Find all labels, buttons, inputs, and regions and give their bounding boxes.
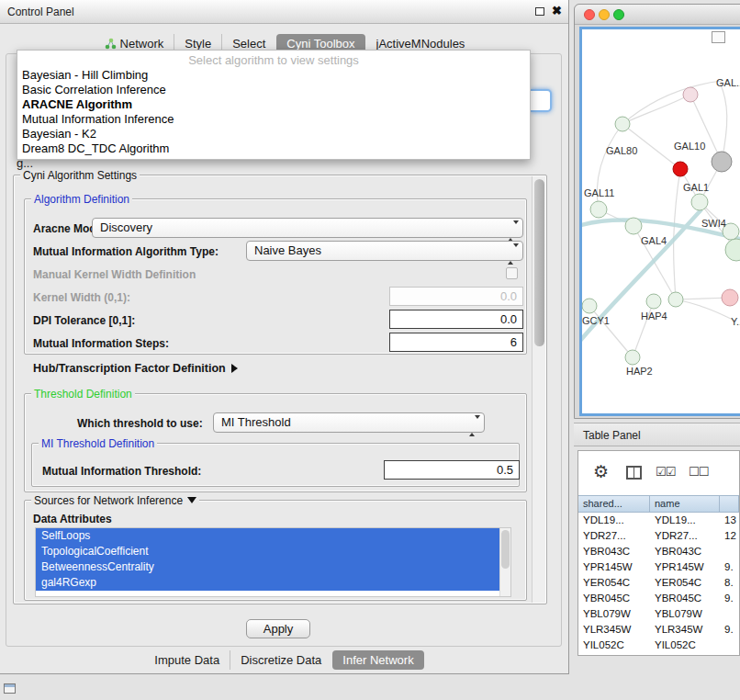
node-gal1[interactable] <box>691 194 708 210</box>
node[interactable] <box>615 117 630 131</box>
apply-button[interactable]: Apply <box>246 619 310 638</box>
node-attribute-table: shared... name YDL19... YDL19... 13 YDR2… <box>578 495 739 653</box>
node-label: GCY1 <box>582 315 610 326</box>
tab-cyni-toolbox-label: Cyni Toolbox <box>286 37 354 51</box>
table-row[interactable]: YBL079W YBL079W <box>578 606 739 622</box>
node-gal11[interactable] <box>590 201 607 218</box>
node-gcy1[interactable] <box>582 299 597 313</box>
tab-discretize-data[interactable]: Discretize Data <box>230 650 331 670</box>
node-label: GAL80 <box>606 145 637 156</box>
tab-infer-network-label: Infer Network <box>342 653 413 667</box>
column-header[interactable] <box>720 495 739 513</box>
cell: YBR043C <box>650 544 720 559</box>
tab-select-label: Select <box>232 37 265 51</box>
mi-algorithm-type-value: Naive Bayes <box>254 243 321 257</box>
select-all-icon[interactable]: ☑☑ <box>656 460 675 484</box>
dpi-tolerance-input[interactable]: 0.0 <box>389 310 523 329</box>
which-threshold-label: Which threshold to use: <box>77 417 203 430</box>
tab-impute-data[interactable]: Impute Data <box>144 650 230 670</box>
columns-icon[interactable] <box>626 466 642 480</box>
algorithm-option[interactable]: Dream8 DC_TDC Algorithm <box>17 141 530 156</box>
table-panel-header: Table Panel <box>574 423 740 446</box>
cell: YDL19... <box>578 513 650 528</box>
manual-kernel-width-label: Manual Kernel Width Definition <box>33 268 196 281</box>
table-panel: ⚙ ☑☑ ☐☐ shared... name YDL19... YDL19...… <box>577 450 740 656</box>
float-panel-icon[interactable] <box>535 7 544 16</box>
list-item[interactable]: gal4RGexp <box>36 575 499 591</box>
algorithm-option[interactable]: Bayesian - K2 <box>17 127 530 141</box>
node-label: HAP2 <box>626 366 653 377</box>
algorithm-option[interactable]: Mutual Information Inference <box>17 112 530 127</box>
data-attributes-label: Data Attributes <box>33 513 112 525</box>
node[interactable] <box>683 87 698 102</box>
mi-threshold-input[interactable]: 0.5 <box>384 460 520 480</box>
node-labels: GAL... GAL80 GAL10 GAL11 GAL1 SWI4 GAL4 … <box>582 77 740 377</box>
settings-scrollbar-thumb[interactable] <box>534 179 544 346</box>
column-header[interactable]: shared... <box>578 495 650 513</box>
tab-jactivemnodules-label: jActiveMNodules <box>376 37 465 51</box>
table-row[interactable]: YLR345W YLR345W 9. <box>578 622 739 638</box>
data-attributes-listbox[interactable]: SelfLoops TopologicalCoefficient Between… <box>35 527 511 597</box>
highlighted-edges <box>582 209 740 347</box>
table-row[interactable]: YBR045C YBR045C 9. <box>578 591 739 606</box>
table-row[interactable]: YIL052C YIL052C <box>578 638 739 653</box>
table-row[interactable]: YDR27... YDR27... 12 <box>578 528 739 544</box>
cell: YIL052C <box>650 638 720 653</box>
table-row[interactable]: YPR145W YPR145W 9. <box>578 559 739 575</box>
algorithm-option[interactable]: ARACNE Algorithm <box>17 97 530 112</box>
table-row[interactable]: YDL19... YDL19... 13 <box>578 513 739 528</box>
close-icon[interactable]: ✖ <box>552 4 562 17</box>
mi-threshold-value: 0.5 <box>497 463 513 477</box>
node-selected-red[interactable] <box>673 162 688 176</box>
mi-steps-input[interactable]: 6 <box>389 333 523 352</box>
manual-kernel-width-checkbox[interactable] <box>506 267 518 279</box>
collapsed-arrow-icon <box>231 364 238 373</box>
list-item[interactable]: TopologicalCoefficient <box>36 544 499 559</box>
mi-threshold-label: Mutual Information Threshold: <box>42 465 201 478</box>
column-header[interactable]: name <box>650 495 720 513</box>
table-row[interactable]: YBR043C YBR043C <box>578 544 739 559</box>
algorithm-select-focus-ring[interactable] <box>531 89 552 112</box>
network-tab-icon <box>105 38 117 50</box>
cell: 13 <box>720 513 739 528</box>
algorithm-option[interactable]: Basic Correlation Inference <box>17 83 530 97</box>
node[interactable] <box>668 292 683 307</box>
network-canvas[interactable]: GAL... GAL80 GAL10 GAL11 GAL1 SWI4 GAL4 … <box>579 27 740 416</box>
algorithm-option[interactable]: Bayesian - Hill Climbing <box>17 68 530 83</box>
aracne-mode-select[interactable]: Discovery <box>92 218 523 238</box>
list-item[interactable]: BetweennessCentrality <box>36 559 499 575</box>
combo-arrows-icon <box>508 245 519 264</box>
cell: YDR27... <box>650 528 720 544</box>
deselect-all-icon[interactable]: ☐☐ <box>689 460 708 484</box>
node[interactable] <box>722 289 738 306</box>
node[interactable] <box>725 239 740 261</box>
node-hap2[interactable] <box>625 350 640 365</box>
kernel-width-input: 0.0 <box>389 287 523 306</box>
zoom-traffic-light[interactable] <box>613 9 624 20</box>
which-threshold-select[interactable]: MI Threshold <box>213 412 485 433</box>
hub-section-toggle[interactable]: Hub/Transcription Factor Definition <box>33 362 238 375</box>
cell <box>720 638 739 653</box>
settings-scrollbar[interactable] <box>532 176 545 603</box>
restore-panel-icon[interactable] <box>4 683 16 694</box>
mi-algorithm-type-select[interactable]: Naive Bayes <box>246 241 523 261</box>
close-traffic-light[interactable] <box>584 9 595 20</box>
minimize-traffic-light[interactable] <box>599 9 610 20</box>
node-gal4[interactable] <box>625 218 642 234</box>
tab-infer-network[interactable]: Infer Network <box>332 650 423 670</box>
algorithm-placeholder-option[interactable]: Select algorithm to view settings <box>17 52 530 68</box>
node-gal10[interactable] <box>712 152 732 172</box>
cell: YBR045C <box>650 591 720 606</box>
node-hap4[interactable] <box>646 294 661 309</box>
dpi-tolerance-value: 0.0 <box>500 312 517 326</box>
table-row[interactable]: YER054C YER054C 8. <box>578 575 739 591</box>
cell: YBL079W <box>650 606 720 622</box>
gear-icon[interactable]: ⚙ <box>593 460 609 484</box>
cyni-bottom-tabs: Impute Data Discretize Data Infer Networ… <box>0 649 569 671</box>
cell: 9. <box>720 622 739 638</box>
table-header-row: shared... name <box>578 495 739 513</box>
list-item[interactable]: SelfLoops <box>36 528 499 544</box>
sources-group-title[interactable]: Sources for Network Inference <box>31 494 199 507</box>
listbox-scrollbar-thumb[interactable] <box>501 530 510 569</box>
listbox-scrollbar[interactable] <box>499 528 510 596</box>
